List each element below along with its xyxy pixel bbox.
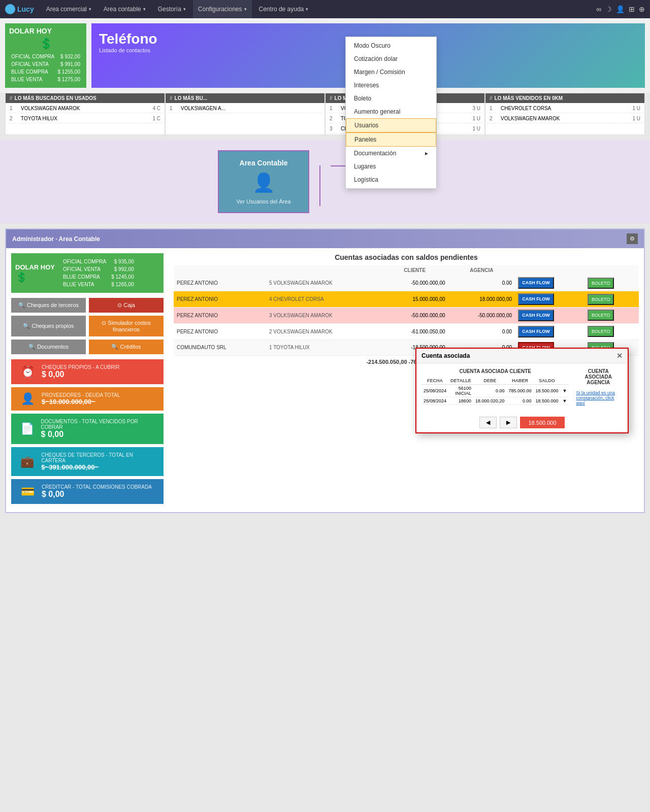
modal-prev-button[interactable]: ◀ bbox=[479, 417, 497, 428]
area-card-user-icon: 👤 bbox=[226, 172, 301, 193]
purple-section: Area Contable 👤 Ver Usuarios del Área bbox=[0, 140, 650, 223]
boleto-btn-3[interactable]: BOLETO bbox=[588, 310, 614, 321]
modal-close-button[interactable]: ✕ bbox=[616, 352, 623, 360]
cuenta-asociada-modal: Cuenta asociada ✕ CUENTA ASOCIADA CLIENT… bbox=[415, 348, 629, 433]
infinity-icon[interactable]: ∞ bbox=[596, 5, 601, 13]
cheques-terceros-value: $~391.000.000,00~ bbox=[41, 463, 156, 471]
creditcard-icon: 💳 bbox=[18, 485, 37, 498]
modal-next-button[interactable]: ▶ bbox=[500, 417, 517, 428]
menu-modo-oscuro[interactable]: Modo Oscuro bbox=[346, 39, 436, 52]
area-contable-card[interactable]: Area Contable 👤 Ver Usuarios del Área bbox=[218, 150, 309, 213]
admin-right-panel: Cuentas asociadas con saldos pendientes … bbox=[169, 248, 644, 512]
table-row: PEREZ ANTONIO 4 CHEVROLET CORSA 15.000.0… bbox=[174, 291, 639, 308]
rate-row: BLUE VENTA $ 1265,00 bbox=[61, 281, 136, 288]
boleto-btn-4[interactable]: BOLETO bbox=[588, 326, 614, 337]
nav-gestoria[interactable]: Gestoría ▾ bbox=[153, 0, 191, 18]
documentos-btn[interactable]: 🔍 Documentos bbox=[11, 340, 86, 354]
table-row: 1 CHEVROLET CORSA 1 U bbox=[486, 104, 643, 113]
documentos-label: DOCUMENTOS - TOTAL VENCIDOS POR COBRAR bbox=[41, 419, 156, 430]
cheques-terceros-btn[interactable]: 🔍 Cheques de terceros bbox=[11, 298, 86, 313]
caret-icon: ▾ bbox=[89, 7, 91, 12]
boleto-btn-2[interactable]: BOLETO bbox=[588, 294, 614, 305]
modal-client-table: FECHA DETALLE DEBE HABER SALDO bbox=[421, 377, 569, 405]
person-icon: 👤 bbox=[18, 392, 37, 405]
rate-row: OFICIAL COMPRA $ 935,00 bbox=[61, 258, 136, 265]
top-tables-row: # LO MÁS BUSCADOS EN USADOS 1 VOLKSWAGEN… bbox=[0, 93, 650, 140]
menu-paneles[interactable]: Paneles bbox=[346, 132, 436, 147]
cashflow-btn-1[interactable]: CASH FLOW bbox=[518, 277, 554, 289]
plus-icon[interactable]: ⊕ bbox=[639, 5, 645, 13]
table-buscados-2: # LO MÁS BU... 1 VOLKSWAGEN A... bbox=[165, 93, 325, 135]
dollar-admin-icon: 💲 bbox=[15, 271, 55, 283]
menu-logistica[interactable]: Logística bbox=[346, 173, 436, 186]
simulador-btn[interactable]: ⊙ Simulador costos financieros bbox=[89, 316, 164, 336]
table-header-buscados-usados: LO MÁS BUSCADOS EN USADOS bbox=[15, 95, 96, 101]
cheques-propios-btn[interactable]: 🔍 Cheques propios bbox=[11, 316, 86, 336]
cheques-propios-card: ⏰ CHEQUES PROPIOS - A CUBRIR $ 0,00 bbox=[11, 359, 164, 384]
table-header-buscados-2: LO MÁS BU... bbox=[175, 95, 207, 101]
modal-footer: ◀ ▶ 18.500.000 bbox=[416, 413, 628, 432]
caret-icon: ▾ bbox=[143, 7, 146, 12]
settings-icon[interactable]: ⚙ bbox=[627, 233, 638, 244]
admin-content: DOLAR HOY 💲 OFICIAL COMPRA $ 935,00 OFIC… bbox=[6, 248, 644, 512]
caret-icon: ▾ bbox=[306, 7, 308, 12]
documentos-value: $ 0,00 bbox=[41, 430, 156, 439]
menu-lugares[interactable]: Lugares bbox=[346, 160, 436, 173]
cheques-propios-value: $ 0,00 bbox=[42, 370, 119, 379]
cashflow-btn-4[interactable]: CASH FLOW bbox=[518, 326, 554, 337]
creditcar-card: 💳 CREDITCAR - TOTAL COMISIONES COBRADA $… bbox=[11, 479, 164, 504]
modal-left-col: CUENTA ASOCIADA CLIENTE FECHA DETALLE DE… bbox=[421, 368, 569, 408]
cuentas-table: CLIENTE AGENCIA PEREZ ANTONIO 5 VOLKSWAG… bbox=[174, 265, 639, 356]
cashflow-btn-3[interactable]: CASH FLOW bbox=[518, 310, 554, 321]
menu-intereses[interactable]: Intereses bbox=[346, 79, 436, 92]
modal-right-title: CUENTA ASOCIADA AGENCIA bbox=[574, 368, 623, 385]
document-icon: 📄 bbox=[18, 422, 36, 435]
modal-table-row: 25/08/2024 56100 INICIAL 0.00 785.000.00… bbox=[421, 385, 569, 397]
rate-label: BLUE COMPRA bbox=[10, 69, 55, 75]
menu-aumento-general[interactable]: Aumento general bbox=[346, 105, 436, 118]
area-card-title: Area Contable bbox=[226, 159, 301, 167]
connector-line bbox=[319, 165, 320, 206]
moon-icon[interactable]: ☽ bbox=[605, 5, 612, 13]
creditos-btn[interactable]: 🔍 Créditos bbox=[89, 340, 164, 354]
dollar-box-top: DOLAR HOY 💲 OFICIAL COMPRA $ 932,00 OFIC… bbox=[5, 23, 86, 88]
modal-amount-button[interactable]: 18.500.000 bbox=[520, 417, 564, 428]
menu-boleto[interactable]: Boleto bbox=[346, 92, 436, 105]
proveedores-value: $~10.000.000,00~ bbox=[42, 398, 120, 405]
consignacion-link[interactable]: Si la unidad es una consignación, click … bbox=[576, 390, 615, 405]
clock-icon: ⏰ bbox=[18, 365, 37, 379]
nav-centro-ayuda[interactable]: Centro de ayuda ▾ bbox=[254, 0, 314, 18]
cashflow-btn-2[interactable]: CASH FLOW bbox=[518, 293, 554, 305]
menu-documentacion[interactable]: Documentación ▸ bbox=[346, 147, 436, 160]
documentos-card: 📄 DOCUMENTOS - TOTAL VENCIDOS POR COBRAR… bbox=[11, 414, 164, 444]
cheques-propios-label: CHEQUES PROPIOS - A CUBRIR bbox=[42, 364, 119, 370]
table-row: PEREZ ANTONIO 2 VOLKSWAGEN AMAROK -61.00… bbox=[174, 323, 639, 340]
table-row: 1 VOLKSWAGEN AMAROK 4 C bbox=[7, 104, 164, 113]
menu-cotizacion-dolar[interactable]: Cotización dolar bbox=[346, 52, 436, 65]
table-header-vendidos-0km: LO MÁS VENDIDOS EN 0KM bbox=[495, 95, 563, 101]
menu-margen-comision[interactable]: Margen / Comisión bbox=[346, 65, 436, 79]
logo-dot bbox=[5, 4, 15, 14]
rate-value: $ 1255,00 bbox=[56, 69, 81, 75]
menu-usuarios[interactable]: Usuarios bbox=[346, 118, 436, 132]
boleto-btn-1[interactable]: BOLETO bbox=[588, 278, 614, 289]
nav-area-contable[interactable]: Area contable ▾ bbox=[99, 0, 151, 18]
table-buscados-usados: # LO MÁS BUSCADOS EN USADOS 1 VOLKSWAGEN… bbox=[5, 93, 165, 135]
table-vendidos-0km: # LO MÁS VENDIDOS EN 0KM 1 CHEVROLET COR… bbox=[485, 93, 645, 135]
caja-btn[interactable]: ⊙ Caja bbox=[89, 298, 164, 313]
admin-breadcrumb: Administrador · Area Contable bbox=[12, 235, 100, 243]
proveedores-label: PROVEEDORES - DEUDA TOTAL bbox=[42, 392, 120, 398]
top-navigation: Lucy Area comercial ▾ Area contable ▾ Ge… bbox=[0, 0, 650, 18]
dollar-title: DOLAR HOY bbox=[9, 27, 82, 35]
dollar-rates-admin: OFICIAL COMPRA $ 935,00 OFICIAL VENTA $ … bbox=[60, 257, 137, 289]
dollar-icon: 💲 bbox=[9, 35, 82, 52]
user-icon[interactable]: 👤 bbox=[616, 5, 625, 13]
nav-area-comercial[interactable]: Area comercial ▾ bbox=[41, 0, 96, 18]
modal-body: CUENTA ASOCIADA CLIENTE FECHA DETALLE DE… bbox=[416, 363, 628, 413]
table-row: PEREZ ANTONIO 5 VOLKSWAGEN AMAROK -50.00… bbox=[174, 275, 639, 291]
area-card-link[interactable]: Ver Usuarios del Área bbox=[226, 198, 301, 205]
nav-configuraciones[interactable]: Configuraciones ▾ bbox=[193, 0, 252, 18]
nav-icon-group: ∞ ☽ 👤 ⊞ ⊕ bbox=[596, 5, 645, 13]
dollar-box-admin: DOLAR HOY 💲 OFICIAL COMPRA $ 935,00 OFIC… bbox=[11, 253, 164, 293]
grid-icon[interactable]: ⊞ bbox=[629, 5, 635, 13]
